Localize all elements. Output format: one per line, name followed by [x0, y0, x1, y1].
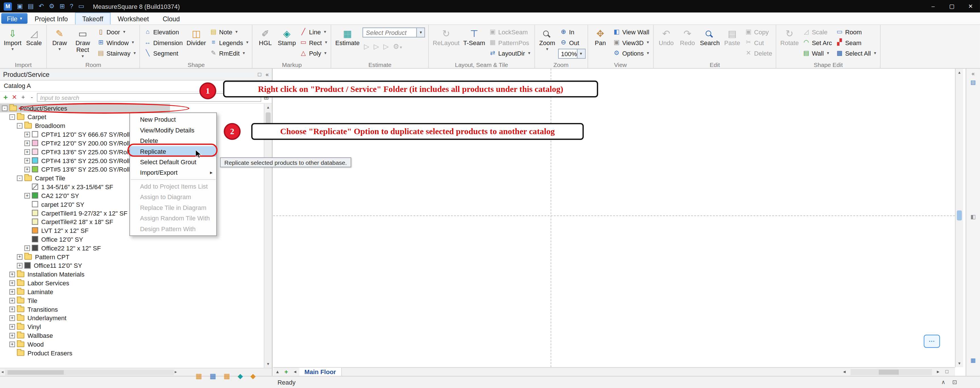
scroll-right-icon[interactable]: ▸ [934, 369, 942, 375]
scroll-down-icon[interactable]: ▾ [264, 360, 272, 367]
line-button[interactable]: ╱ Line [298, 27, 329, 37]
scale-button[interactable]: ◿ Scale [23, 25, 45, 60]
expand-icon[interactable]: + [10, 289, 15, 295]
undo-icon[interactable]: ↶ [38, 3, 44, 10]
zoom-out-button[interactable]: ⊖ Out [558, 38, 585, 48]
expand-icon[interactable]: - [17, 175, 22, 181]
options-button[interactable]: ⚙ Options [611, 48, 651, 58]
stamp-button[interactable]: ◈ Stamp [276, 25, 298, 60]
tree-item[interactable]: +Office22 12" x 12" SF [0, 244, 264, 252]
close-button[interactable]: ✕ [961, 0, 980, 13]
floor-tab-main-floor[interactable]: Main Floor [299, 368, 342, 376]
zoom-level-dropdown[interactable]: 100% [558, 49, 585, 59]
delete-product-button[interactable]: ✕ [11, 94, 18, 100]
save-icon[interactable]: ▣ [17, 3, 23, 10]
drawing-canvas[interactable]: ··· [273, 69, 955, 367]
tab-cloud[interactable]: Cloud [156, 13, 187, 24]
tree-item[interactable]: +Wood [0, 340, 264, 348]
expand-icon[interactable]: + [24, 131, 30, 137]
note-button[interactable]: ▤ Note [208, 27, 250, 37]
help-icon[interactable]: ? [70, 3, 73, 10]
tree-item[interactable]: +Vinyl [0, 322, 264, 331]
split-view-icon[interactable]: □ [942, 369, 951, 375]
chat-button[interactable]: ··· [924, 335, 940, 348]
estimate-settings-icon[interactable]: ⚙ [393, 43, 402, 51]
select-product-dropdown[interactable]: Select Product [363, 27, 425, 38]
view3d-button[interactable]: ▣ View3D [611, 38, 651, 48]
scroll-up-icon[interactable]: ▴ [956, 69, 963, 76]
poly-button[interactable]: △ Poly [298, 48, 329, 58]
set-arc-button[interactable]: ◠ Set Arc [800, 38, 834, 48]
draw-rect-button[interactable]: ▭ Draw Rect [70, 25, 95, 60]
menu-item-view-modify-details[interactable]: View/Modify Details [130, 125, 216, 135]
expand-icon[interactable]: + [17, 263, 22, 268]
collapse-panel-icon[interactable]: « [266, 71, 269, 78]
expand-icon[interactable]: + [10, 298, 15, 303]
wall-button[interactable]: ▤ Wall [800, 48, 834, 58]
zoom-button[interactable]: Zoom [536, 25, 558, 60]
view-wall-button[interactable]: ◧ View Wall [611, 27, 651, 37]
divider-button[interactable]: ◫ Divider [185, 25, 208, 60]
expand-icon[interactable]: + [24, 193, 30, 198]
canvas-horizontal-scrollbar[interactable] [851, 369, 932, 375]
splitter-up-icon[interactable]: ▴ [273, 369, 282, 375]
pages-icon[interactable]: ▦ [196, 372, 202, 380]
pan-button[interactable]: ✥ Pan [590, 25, 611, 60]
window-button[interactable]: ⊞ Window [95, 38, 137, 48]
menu-item-new-product[interactable]: New Product [130, 114, 216, 125]
corner-grip-icon[interactable]: ⊡ [952, 379, 957, 385]
monitor-icon[interactable]: ▭ [78, 3, 84, 10]
expand-icon[interactable]: + [24, 158, 30, 163]
scroll-up-icon[interactable]: ▴ [264, 103, 272, 111]
restore-panel-icon[interactable]: □ [258, 71, 261, 78]
side-panel-icon[interactable]: ▤ [966, 79, 980, 86]
canvas-vertical-scrollbar[interactable]: ▴ ▾ [955, 69, 963, 367]
tree-item[interactable]: Office 12'0" SY [0, 235, 264, 244]
rmedit-button[interactable]: ✎ RmEdit [208, 48, 250, 58]
tree-item[interactable]: +Tile [0, 296, 264, 305]
file-menu-button[interactable]: File [1, 13, 27, 24]
expand-icon[interactable]: + [24, 149, 30, 155]
stairway-button[interactable]: ▤ Stairway [95, 48, 137, 58]
grid-icon[interactable]: ▦ [224, 372, 230, 380]
menu-item-select-default-grout[interactable]: Select Default Grout [130, 157, 216, 167]
tree-item[interactable]: +Transitions [0, 305, 264, 314]
tree-vertical-scrollbar[interactable]: ▴ ▾ [264, 103, 272, 367]
tseam-button[interactable]: ⊤ T-Seam [461, 25, 487, 60]
expand-icon[interactable]: + [10, 324, 15, 329]
prev-floor-icon[interactable]: ◂ [291, 369, 299, 375]
maximize-button[interactable]: ▢ [942, 0, 961, 13]
estimate-button[interactable]: ▦ Estimate [333, 25, 361, 60]
expand-statusbar-icon[interactable]: ∧ [941, 379, 945, 385]
menu-item-import-export[interactable]: Import/Export [130, 167, 216, 178]
scrollbar-thumb[interactable] [957, 211, 962, 220]
expand-icon[interactable]: + [10, 333, 15, 338]
rect-button[interactable]: ▭ Rect [298, 38, 329, 48]
layers-diamond-icon[interactable]: ◆ [238, 372, 243, 380]
print-icon[interactable]: ▤ [28, 3, 34, 10]
door-button[interactable]: ▯ Door [95, 27, 137, 37]
tab-project-info[interactable]: Project Info [28, 13, 75, 24]
zoom-in-button[interactable]: ⊕ In [558, 27, 585, 37]
expand-icon[interactable]: - [10, 114, 15, 120]
tab-worksheet[interactable]: Worksheet [111, 13, 156, 24]
expand-icon[interactable]: + [24, 166, 30, 172]
expand-icon[interactable]: - [2, 105, 8, 111]
room-button[interactable]: ▭ Room [834, 27, 878, 37]
scroll-left-icon[interactable]: ◂ [1, 369, 3, 375]
expand-icon[interactable]: + [10, 280, 15, 286]
segment-button[interactable]: ╲ Segment [142, 48, 185, 58]
scroll-left-icon[interactable]: ◂ [840, 369, 849, 375]
scroll-down-icon[interactable]: ▾ [956, 359, 963, 367]
expand-icon[interactable]: - [17, 123, 22, 128]
collapse-right-panel-icon[interactable]: « [966, 71, 980, 77]
draw-diamond-icon[interactable]: ◆ [250, 372, 256, 380]
import-button[interactable]: ⇩ Import [2, 25, 24, 60]
side-middle-icon[interactable]: ◧ [966, 214, 980, 220]
draw-button[interactable]: ✎ Draw [49, 25, 70, 60]
seam-button[interactable]: ▞ Seam [834, 38, 878, 48]
minimize-button[interactable]: – [924, 0, 942, 13]
tree-item[interactable]: +Laminate [0, 287, 264, 296]
tree-item[interactable]: +Underlayment [0, 314, 264, 322]
side-grid-icon[interactable]: ▦ [966, 357, 980, 363]
